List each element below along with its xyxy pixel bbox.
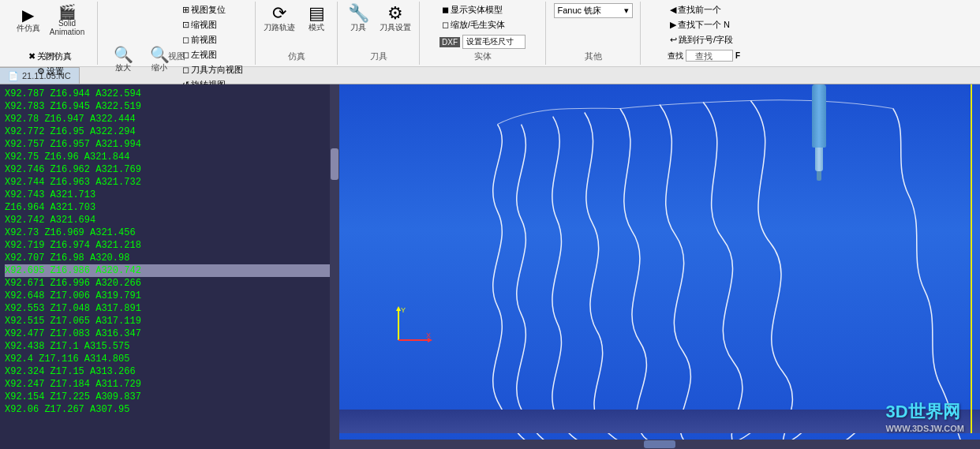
toolpath-button[interactable]: ⟳ 刀路轨迹 bbox=[260, 3, 298, 35]
solid-group-label: 实体 bbox=[420, 51, 545, 62]
watermark-url: WWW.3DSJW.COM bbox=[885, 424, 964, 433]
right-boundary-line bbox=[971, 84, 972, 433]
watermark: 3D世界网 WWW.3DSJW.COM bbox=[885, 400, 964, 433]
code-line[interactable]: X92.757 Z16.957 A321.994 bbox=[5, 138, 335, 151]
spindle-tool bbox=[812, 84, 826, 179]
tool-settings-button[interactable]: ⚙ 刀具设置 bbox=[376, 3, 414, 35]
solid-toolbar-group: ◼ 显示实体模型 ◻ 缩放/毛生实体 DXF 设置毛坯尺寸 实体 bbox=[420, 2, 546, 65]
bottom-scrollbar[interactable] bbox=[339, 440, 980, 449]
code-line[interactable]: X92.477 Z17.083 A316.347 bbox=[5, 327, 335, 340]
front-view-icon: ◻ bbox=[182, 35, 189, 45]
toolbar: ▶ 件仿真 🎬 SolidAnimation ✖ 关闭仿真 ⚙ 设置 文件 bbox=[0, 0, 980, 67]
code-line[interactable]: X92.78 Z16.947 A322.444 bbox=[5, 113, 335, 125]
code-line[interactable]: X92.06 Z17.267 A307.95 bbox=[5, 403, 335, 416]
viewport-floor bbox=[339, 410, 980, 433]
goto-icon: ↩ bbox=[670, 35, 677, 45]
svg-text:Y: Y bbox=[401, 306, 406, 314]
code-lines-container: X92.787 Z16.944 A322.594X92.783 Z16.945 … bbox=[5, 88, 335, 416]
code-line[interactable]: X92.438 Z17.1 A315.575 bbox=[5, 340, 335, 353]
shrink-view-icon: ⊡ bbox=[182, 20, 189, 30]
tool-direction-view-button[interactable]: ◻ 刀具方向视图 bbox=[180, 63, 245, 77]
code-line[interactable]: X92.324 Z17.15 A313.266 bbox=[5, 365, 335, 378]
svg-text:X: X bbox=[426, 331, 431, 339]
3d-viewport[interactable]: Y X 3D世界网 WWW.3DSJW.COM bbox=[339, 84, 980, 449]
bottom-scroll-thumb[interactable] bbox=[644, 440, 675, 448]
code-line[interactable]: X92.247 Z17.184 A311.729 bbox=[5, 378, 335, 391]
find-group-label: 查找 bbox=[641, 51, 767, 62]
view-group-label: 视图 bbox=[98, 51, 255, 62]
tool-group-label: 刀具 bbox=[338, 51, 419, 62]
scale-roughcast-button[interactable]: ◻ 缩放/毛生实体 bbox=[440, 18, 526, 32]
axes-svg: Y X bbox=[387, 305, 434, 352]
code-line[interactable]: X92.515 Z17.065 A317.119 bbox=[5, 315, 335, 327]
solid-anim-icon: 🎬 bbox=[58, 5, 76, 19]
view-restore-button[interactable]: ⊞ 视图复位 bbox=[180, 3, 245, 17]
code-line[interactable]: X92.743 A321.713 bbox=[5, 189, 335, 201]
find-toolbar-group: ◀ 查找前一个 ▶ 查找下一个 N ↩ 跳到行号/字段 查找 F 查找 bbox=[641, 2, 767, 65]
simulation-icon: ▶ bbox=[22, 7, 34, 23]
main-content: X92.787 Z16.944 A322.594X92.783 Z16.945 … bbox=[0, 84, 980, 449]
file-toolbar-group: ▶ 件仿真 🎬 SolidAnimation ✖ 关闭仿真 ⚙ 设置 文件 bbox=[3, 2, 98, 65]
solid-animation-button[interactable]: 🎬 SolidAnimation bbox=[47, 3, 88, 38]
tool-toolbar-group: 🔧 刀具 ⚙ 刀具设置 刀具 bbox=[338, 2, 420, 65]
code-line[interactable]: X92.553 Z17.048 A317.891 bbox=[5, 302, 335, 315]
settings-button[interactable]: ⚙ 设置 bbox=[34, 64, 67, 79]
tool-dir-icon: ◻ bbox=[182, 65, 189, 75]
other-toolbar-group: Fanuc 铣床 ▾ 其他 bbox=[546, 2, 641, 65]
view-restore-icon: ⊞ bbox=[182, 5, 189, 15]
scrollbar-thumb[interactable] bbox=[331, 148, 339, 180]
toolpath-icon: ⟳ bbox=[272, 5, 286, 22]
code-line[interactable]: X92.783 Z16.945 A322.519 bbox=[5, 100, 335, 113]
mode-button[interactable]: ▤ 模式 bbox=[301, 3, 332, 35]
code-line[interactable]: X92.648 Z17.006 A319.791 bbox=[5, 290, 335, 302]
vertical-scrollbar[interactable] bbox=[330, 84, 339, 449]
find-next-button[interactable]: ▶ 查找下一个 N bbox=[668, 18, 740, 32]
shrink-view-button[interactable]: ⊡ 缩视图 bbox=[180, 18, 245, 32]
setup-roughcast-dropdown[interactable]: 设置毛坯尺寸 bbox=[462, 35, 526, 49]
code-panel: X92.787 Z16.944 A322.594X92.783 Z16.945 … bbox=[0, 84, 339, 449]
find-prev-icon: ◀ bbox=[670, 5, 676, 15]
file-group-label: 文件 bbox=[3, 51, 97, 62]
sim-group-label: 仿真 bbox=[256, 51, 337, 62]
tool-settings-icon: ⚙ bbox=[387, 5, 403, 22]
dxf-label: DXF bbox=[440, 37, 460, 47]
front-view-button[interactable]: ◻ 前视图 bbox=[180, 33, 245, 47]
watermark-brand: 3D世界网 bbox=[885, 400, 964, 424]
view-toolbar-group: 🔍 放大 🔍 缩小 ⊞ 视图复位 ⊡ 缩视图 ◻ 前视图 bbox=[98, 2, 256, 65]
code-line[interactable]: X92.75 Z16.96 A321.844 bbox=[5, 151, 335, 163]
coordinate-axes: Y X bbox=[387, 305, 434, 354]
roughcast-icon: ◻ bbox=[442, 20, 449, 30]
fanuc-dropdown[interactable]: Fanuc 铣床 ▾ bbox=[554, 3, 633, 18]
code-line[interactable]: Z16.964 A321.703 bbox=[5, 201, 335, 214]
code-line[interactable]: X92.744 Z16.963 A321.732 bbox=[5, 176, 335, 189]
settings-icon: ⚙ bbox=[37, 66, 45, 77]
find-prev-button[interactable]: ◀ 查找前一个 bbox=[668, 3, 740, 17]
other-group-label: 其他 bbox=[546, 51, 640, 62]
mode-icon: ▤ bbox=[309, 5, 325, 22]
code-line[interactable]: X92.695 Z16.986 A320.742 bbox=[5, 264, 335, 277]
code-content[interactable]: X92.787 Z16.944 A322.594X92.783 Z16.945 … bbox=[0, 84, 339, 449]
code-line[interactable]: X92.707 Z16.98 A320.98 bbox=[5, 252, 335, 264]
code-line[interactable]: X92.671 Z16.996 A320.266 bbox=[5, 277, 335, 290]
find-next-icon: ▶ bbox=[670, 20, 676, 30]
file-tab-icon: 📄 bbox=[8, 71, 19, 81]
solid-model-icon: ◼ bbox=[442, 5, 449, 15]
toolpath-svg bbox=[339, 84, 980, 449]
tool-button[interactable]: 🔧 刀具 bbox=[342, 3, 374, 35]
sim-toolbar-group: ⟳ 刀路轨迹 ▤ 模式 仿真 bbox=[256, 2, 338, 65]
code-line[interactable]: X92.742 A321.694 bbox=[5, 214, 335, 226]
goto-line-button[interactable]: ↩ 跳到行号/字段 bbox=[668, 33, 740, 47]
code-line[interactable]: X92.73 Z16.969 A321.456 bbox=[5, 226, 335, 239]
code-line[interactable]: X92.787 Z16.944 A322.594 bbox=[5, 88, 335, 100]
tool-icon: 🔧 bbox=[348, 5, 369, 22]
show-solid-model-button[interactable]: ◼ 显示实体模型 bbox=[440, 3, 526, 17]
code-line[interactable]: X92.4 Z17.116 A314.805 bbox=[5, 353, 335, 365]
code-line[interactable]: X92.746 Z16.962 A321.769 bbox=[5, 163, 335, 176]
code-line[interactable]: X92.719 Z16.974 A321.218 bbox=[5, 239, 335, 252]
simulation-button[interactable]: ▶ 件仿真 bbox=[13, 6, 44, 36]
code-line[interactable]: X92.154 Z17.225 A309.837 bbox=[5, 391, 335, 403]
code-line[interactable]: X92.772 Z16.95 A322.294 bbox=[5, 125, 335, 138]
